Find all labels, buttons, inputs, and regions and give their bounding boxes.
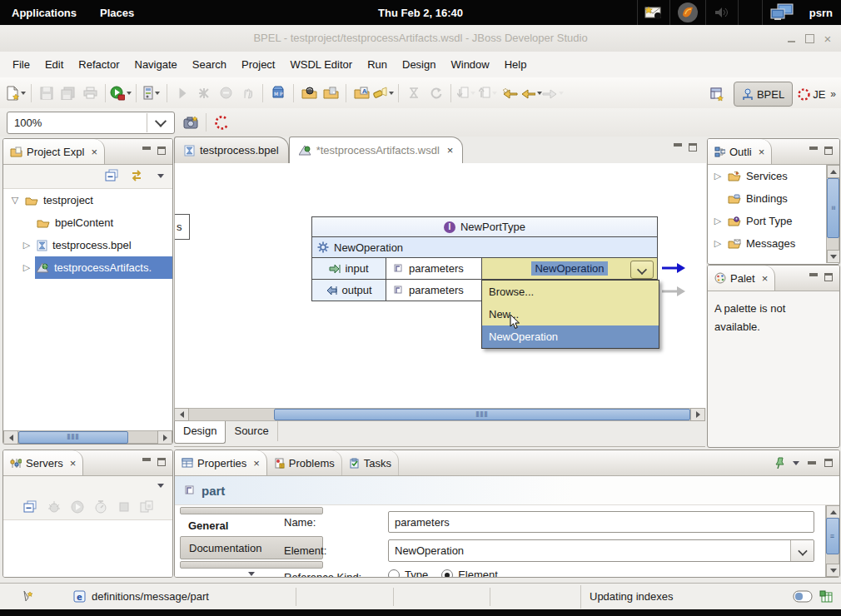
outline-vscrollbar[interactable]: ≡ bbox=[826, 165, 839, 263]
close-icon[interactable]: × bbox=[447, 144, 454, 156]
server-tools-button[interactable] bbox=[141, 82, 162, 104]
maximize-view-icon[interactable] bbox=[824, 459, 833, 467]
maximize-view-icon[interactable] bbox=[824, 147, 833, 155]
progress-toggle-icon[interactable] bbox=[793, 590, 813, 603]
new-wizard-dropdown[interactable] bbox=[21, 92, 26, 95]
maximize-view-icon[interactable] bbox=[157, 458, 166, 466]
maximize-view-icon[interactable] bbox=[157, 147, 166, 155]
minimize-view-icon[interactable] bbox=[809, 147, 818, 150]
save-button[interactable] bbox=[36, 82, 57, 104]
tasks-tab[interactable]: Tasks bbox=[342, 450, 399, 475]
collapse-all-button[interactable] bbox=[105, 169, 119, 185]
view-menu-icon[interactable] bbox=[157, 174, 164, 178]
operation-row[interactable]: NewOperation bbox=[311, 236, 658, 258]
search-dropdown[interactable] bbox=[389, 92, 394, 95]
editor-tab-testprocess-bpel[interactable]: testprocess.bpel bbox=[174, 137, 289, 163]
collapse-all-icon[interactable] bbox=[23, 500, 37, 514]
jboss-central-button[interactable] bbox=[211, 112, 232, 133]
menu-edit[interactable]: Edit bbox=[37, 52, 71, 77]
scroll-right-icon[interactable] bbox=[157, 430, 172, 445]
minimize-button[interactable] bbox=[784, 32, 798, 45]
maximize-button[interactable] bbox=[803, 32, 816, 45]
properties-vscrollbar[interactable]: ≡ bbox=[825, 505, 839, 577]
palette-tab[interactable]: Palet × bbox=[708, 266, 775, 291]
run-on-server-button[interactable] bbox=[110, 82, 132, 104]
outline-item-bindings[interactable]: Bindings bbox=[708, 187, 839, 210]
close-icon[interactable]: × bbox=[253, 457, 260, 469]
scroll-left-icon[interactable] bbox=[3, 430, 18, 445]
previous-annotation-button[interactable] bbox=[477, 82, 499, 104]
tree-item-testproject[interactable]: ▽ testproject bbox=[3, 189, 172, 211]
tree-item-bpelcontent[interactable]: bpelContent bbox=[3, 211, 172, 234]
pin-view-icon[interactable] bbox=[774, 457, 784, 469]
scroll-left-icon[interactable] bbox=[174, 408, 189, 421]
open-perspective-button[interactable] bbox=[707, 83, 729, 105]
print-button[interactable] bbox=[79, 82, 101, 104]
element-combo-arrow[interactable] bbox=[790, 540, 814, 561]
profile-server-icon[interactable] bbox=[94, 500, 108, 514]
menu-file[interactable]: File bbox=[5, 52, 37, 77]
back-button[interactable] bbox=[520, 82, 542, 104]
scroll-thumb[interactable]: ≡ bbox=[826, 518, 839, 554]
start-server-icon[interactable] bbox=[71, 500, 84, 514]
outline-item-porttype[interactable]: ▷ Port Type bbox=[708, 210, 839, 232]
menu-search[interactable]: Search bbox=[185, 52, 234, 77]
stop-server-icon[interactable] bbox=[118, 501, 130, 513]
scroll-thumb[interactable]: ⦀⦀⦀ bbox=[274, 409, 690, 420]
scroll-thumb[interactable]: ≡ bbox=[827, 178, 839, 238]
save-all-button[interactable] bbox=[57, 82, 79, 104]
expander-closed-icon[interactable]: ▷ bbox=[713, 171, 723, 181]
next-annotation-button[interactable] bbox=[455, 82, 477, 104]
terminate-button[interactable] bbox=[215, 82, 236, 104]
open-type-button[interactable]: A bbox=[351, 82, 372, 104]
dropdown-item-browse[interactable]: Browse... bbox=[482, 281, 659, 303]
menu-run[interactable]: Run bbox=[360, 52, 395, 77]
server-tools-dropdown[interactable] bbox=[155, 92, 160, 95]
outline-tab[interactable]: Outli × bbox=[708, 139, 772, 164]
expander-closed-icon[interactable]: ▷ bbox=[713, 238, 723, 249]
zoom-combo[interactable]: 100% bbox=[7, 112, 175, 134]
jboss-tray-icon[interactable] bbox=[669, 0, 705, 25]
radio-element[interactable] bbox=[441, 569, 453, 578]
refresh-button[interactable] bbox=[425, 82, 446, 104]
message-combo[interactable]: NewOperation bbox=[481, 257, 658, 280]
menu-window[interactable]: Window bbox=[443, 52, 496, 77]
new-wizard-button[interactable] bbox=[5, 82, 27, 104]
zoom-combo-arrow[interactable] bbox=[147, 113, 174, 132]
minimize-editor-icon[interactable] bbox=[674, 143, 682, 147]
editor-tab-testprocessartifacts-wsdl[interactable]: *testprocessArtifacts.wsdl × bbox=[289, 137, 464, 163]
close-icon[interactable]: × bbox=[70, 457, 77, 469]
expander-closed-icon[interactable]: ▷ bbox=[22, 262, 32, 273]
expander-open-icon[interactable]: ▽ bbox=[10, 195, 20, 206]
debug-step-button[interactable] bbox=[193, 82, 215, 104]
input-cell[interactable]: input bbox=[311, 257, 386, 280]
debug-server-icon[interactable] bbox=[47, 500, 61, 514]
scroll-down-icon[interactable] bbox=[827, 250, 840, 263]
tab-design[interactable]: Design bbox=[174, 421, 226, 444]
minimize-view-icon[interactable] bbox=[808, 461, 816, 464]
dropdown-item-new[interactable]: New... bbox=[482, 303, 659, 325]
publish-server-icon[interactable] bbox=[140, 500, 153, 514]
minimize-view-icon[interactable] bbox=[809, 273, 818, 276]
expander-closed-icon[interactable]: ▷ bbox=[22, 240, 32, 251]
username-label[interactable]: psrn bbox=[801, 7, 841, 19]
tree-item-testprocessartifacts[interactable]: ▷ testprocessArtifacts. bbox=[3, 256, 172, 279]
wsdl-design-canvas[interactable]: s I NewPortType NewOperation input param… bbox=[174, 163, 706, 408]
perspective-overflow-chevron[interactable]: » bbox=[830, 88, 836, 100]
menu-wsdl-editor[interactable]: WSDL Editor bbox=[282, 52, 360, 77]
screenshot-button[interactable] bbox=[180, 112, 202, 133]
output-cell[interactable]: output bbox=[311, 279, 386, 301]
network-tray-icon[interactable] bbox=[762, 0, 801, 25]
combo-dropdown-button[interactable] bbox=[630, 261, 654, 279]
nav-scroll-up[interactable] bbox=[180, 507, 323, 514]
forward-button[interactable] bbox=[542, 82, 564, 104]
menu-design[interactable]: Design bbox=[395, 52, 443, 77]
tree-item-testprocess-bpel[interactable]: ▷ testprocess.bpel bbox=[3, 234, 172, 256]
problems-tab[interactable]: ! Problems bbox=[267, 450, 342, 475]
input-part-cell[interactable]: parameters bbox=[386, 257, 482, 280]
output-part-cell[interactable]: parameters bbox=[386, 279, 482, 301]
project-explorer-tab[interactable]: Project Expl × bbox=[3, 139, 105, 164]
close-button[interactable]: × bbox=[821, 32, 834, 45]
maximize-view-icon[interactable] bbox=[824, 273, 833, 281]
suspend-button[interactable] bbox=[236, 82, 258, 104]
